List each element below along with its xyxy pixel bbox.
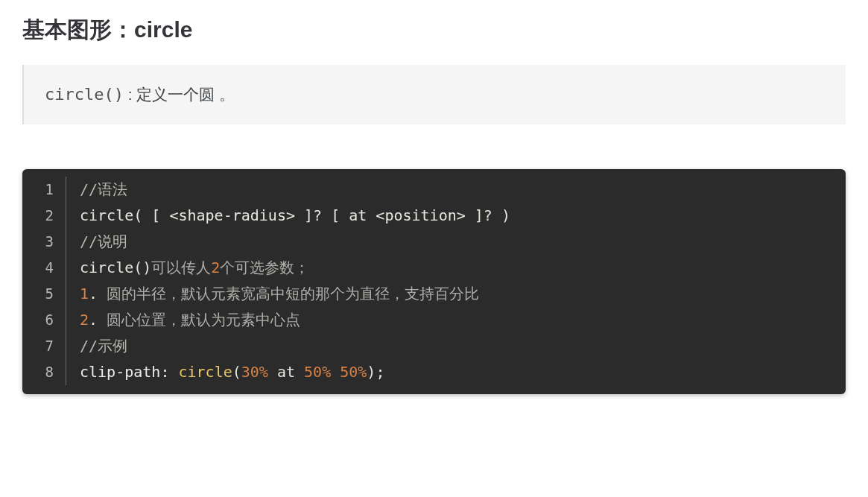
code-token: .: [89, 285, 107, 303]
code-content: 1. 圆的半径，默认元素宽高中短的那个为直径，支持百分比: [66, 281, 846, 307]
line-number: 5: [22, 282, 66, 306]
code-line: 7//示例: [22, 333, 846, 359]
code-token: 2: [80, 311, 89, 329]
line-number: 3: [22, 229, 66, 254]
code-token: :: [160, 363, 178, 381]
code-content: clip-path: circle(30% at 50% 50%);: [66, 359, 846, 385]
code-token: //示例: [80, 337, 127, 355]
code-token: at: [268, 363, 304, 381]
code-token: circle(): [80, 259, 151, 276]
code-token: (: [232, 363, 241, 381]
section-heading: 基本图形：circle: [22, 15, 846, 45]
code-content: circle()可以传人2个可选参数；: [66, 255, 846, 281]
code-line: 4circle()可以传人2个可选参数；: [22, 255, 846, 281]
code-content: //说明: [66, 229, 846, 255]
definition-quote: circle() : 定义一个圆 。: [22, 65, 846, 124]
code-token: circle( [ <shape-radius> ]? [ at <positi…: [80, 206, 510, 224]
code-token: 2: [211, 259, 220, 276]
code-token: 50%: [340, 363, 367, 381]
code-line: 2circle( [ <shape-radius> ]? [ at <posit…: [22, 203, 846, 229]
definition-desc: 定义一个圆 。: [136, 86, 235, 103]
code-token: );: [367, 363, 384, 381]
code-token: circle: [178, 363, 232, 381]
code-token: clip-path: [80, 363, 160, 381]
line-number: 1: [22, 177, 66, 202]
code-token: 30%: [241, 363, 268, 381]
line-number: 4: [22, 256, 66, 280]
line-number: 8: [22, 360, 66, 384]
code-line: 1//语法: [22, 177, 846, 203]
code-line: 8clip-path: circle(30% at 50% 50%);: [22, 359, 846, 385]
code-token: 圆的半径，默认元素宽高中短的那个为直径，支持百分比: [107, 285, 479, 303]
page: 基本图形：circle circle() : 定义一个圆 。 1//语法2cir…: [0, 0, 868, 424]
code-content: circle( [ <shape-radius> ]? [ at <positi…: [66, 203, 846, 229]
code-token: 个可选参数；: [220, 259, 309, 276]
line-number: 2: [22, 203, 66, 228]
code-token: 可以传人: [151, 259, 211, 276]
line-number: 6: [22, 308, 66, 332]
code-token: 圆心位置，默认为元素中心点: [107, 311, 300, 329]
code-token: 50%: [304, 363, 331, 381]
code-line: 62. 圆心位置，默认为元素中心点: [22, 307, 846, 333]
code-content: //示例: [66, 333, 846, 359]
code-content: 2. 圆心位置，默认为元素中心点: [66, 307, 846, 333]
line-number: 7: [22, 334, 66, 358]
code-content: //语法: [66, 177, 846, 203]
code-line: 3//说明: [22, 229, 846, 255]
code-line: 51. 圆的半径，默认元素宽高中短的那个为直径，支持百分比: [22, 281, 846, 307]
code-token: //说明: [80, 232, 127, 250]
code-token: [331, 363, 340, 381]
definition-sep: :: [124, 86, 137, 103]
code-token: //语法: [80, 180, 127, 198]
code-token: 1: [80, 285, 89, 303]
code-block: 1//语法2circle( [ <shape-radius> ]? [ at <…: [22, 169, 846, 394]
code-token: .: [89, 311, 107, 329]
definition-code: circle(): [45, 85, 124, 104]
